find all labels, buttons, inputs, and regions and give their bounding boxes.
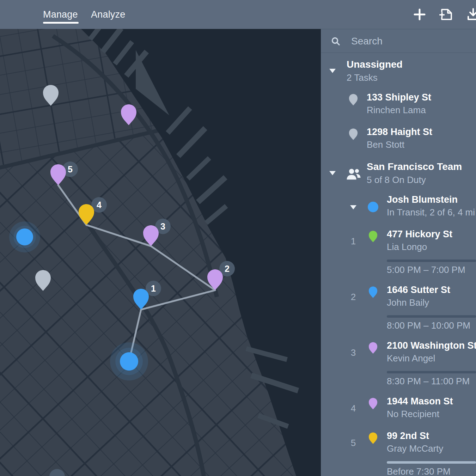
section-subtitle-1: 5 of 8 On Duty	[367, 175, 426, 185]
stop-number-label: 3	[160, 221, 165, 231]
dispatch-app: Manage Analyze	[0, 0, 476, 476]
time-window-bar	[387, 260, 476, 262]
task-pin-icon	[368, 397, 378, 409]
driver-status: In Transit, 2 of 6, 4 mi	[387, 207, 475, 218]
task-recipient: No Recipient	[387, 409, 439, 420]
plus-icon[interactable]	[413, 7, 427, 22]
task-pin-icon	[349, 128, 358, 140]
task-number: 4	[348, 403, 359, 414]
top-bar: Manage Analyze	[0, 0, 476, 29]
search-icon	[331, 37, 340, 46]
task-address[interactable]: 1944 Mason St	[387, 396, 453, 407]
stop-number-label: 5	[68, 164, 73, 174]
task-recipient: Ben Stott	[367, 139, 404, 150]
driver-status-dot	[368, 202, 378, 212]
driver-name[interactable]: Josh Blumstein	[387, 194, 458, 205]
time-window-bar	[387, 371, 476, 373]
section-title-0[interactable]: Unassigned	[347, 59, 403, 70]
driver-collapse-toggle[interactable]	[350, 205, 356, 209]
time-window: 8:30 PM – 11:00 PM	[387, 376, 470, 387]
task-address[interactable]: 2100 Washington St	[387, 340, 476, 351]
task-recipient: Lia Longo	[387, 242, 427, 252]
section-collapse-toggle[interactable]	[329, 171, 336, 175]
task-address[interactable]: 1298 Haight St	[367, 127, 432, 138]
map-canvas[interactable]: 12345	[0, 29, 321, 476]
time-window: Before 7:30 PM	[387, 466, 451, 476]
task-pin-icon	[368, 286, 378, 298]
task-recipient: Rinchen Lama	[367, 105, 426, 116]
task-address[interactable]: 99 2nd St	[387, 431, 429, 441]
download-icon[interactable]	[466, 7, 476, 22]
search-bar[interactable]	[321, 29, 476, 53]
task-pin-icon	[368, 230, 378, 242]
task-pin-icon	[368, 432, 378, 444]
stop-number-label: 2	[225, 264, 230, 274]
time-window: 8:00 PM – 10:00 PM	[387, 320, 470, 331]
section-subtitle-0: 2 Tasks	[347, 72, 378, 83]
driver-location-dot[interactable]	[120, 352, 138, 371]
time-window-bar	[387, 461, 476, 464]
time-window: 5:00 PM – 7:00 PM	[387, 264, 465, 275]
task-recipient: John Baily	[387, 297, 429, 308]
tab-manage[interactable]: Manage	[43, 0, 78, 29]
task-number: 3	[348, 347, 359, 358]
task-number: 5	[348, 438, 359, 448]
task-sidebar: Unassigned2 Tasks133 Shipley StRinchen L…	[321, 29, 476, 476]
time-window-bar	[387, 315, 476, 318]
task-number: 1	[348, 236, 359, 247]
section-title-1[interactable]: San Francisco Team	[367, 161, 462, 172]
task-recipient: Gray McCarty	[387, 443, 443, 454]
driver-location-dot[interactable]	[16, 228, 33, 245]
search-input[interactable]	[350, 33, 468, 49]
task-list: Unassigned2 Tasks133 Shipley StRinchen L…	[321, 29, 476, 476]
stop-number-label: 1	[151, 283, 156, 293]
task-recipient: Kevin Angel	[387, 353, 435, 364]
task-pin-icon	[368, 342, 378, 354]
task-address[interactable]: 133 Shipley St	[367, 92, 431, 103]
task-number: 2	[348, 292, 359, 303]
task-pin-icon	[349, 93, 358, 105]
task-address[interactable]: 477 Hickory St	[387, 229, 452, 240]
people-icon	[346, 168, 361, 180]
task-address[interactable]: 1646 Sutter St	[387, 285, 450, 295]
section-collapse-toggle[interactable]	[329, 69, 336, 73]
import-tasks-icon[interactable]	[439, 7, 453, 22]
stop-number-label: 4	[97, 200, 102, 210]
active-tab-underline	[43, 22, 79, 24]
tab-analyze[interactable]: Analyze	[91, 0, 125, 29]
